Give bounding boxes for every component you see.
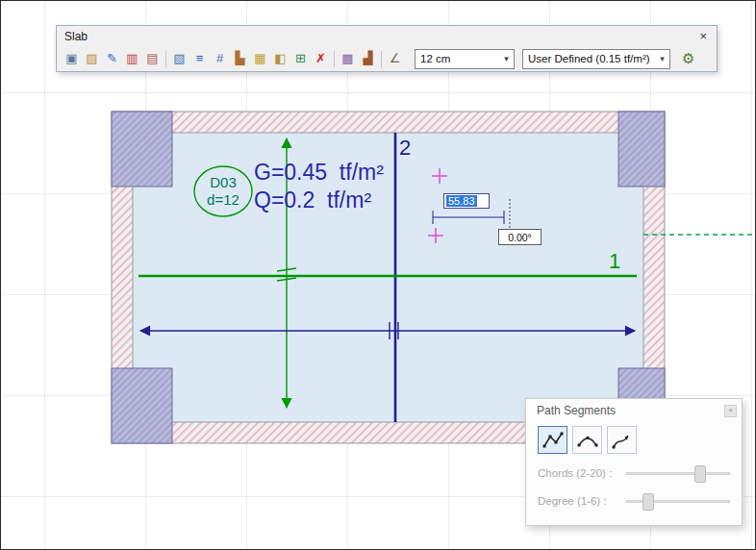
column-top-right[interactable] [618, 112, 665, 187]
slab-thickness-combobox[interactable]: 12 cm ▾ [415, 49, 515, 69]
segment-curve-button[interactable] [607, 426, 637, 454]
results-icon[interactable]: ◧ [270, 49, 290, 69]
slab-window-titlebar[interactable]: Slab × [57, 26, 717, 46]
slab-toolbar-icons: ▣▨✎▥▤▧≡#▙▦◧⊞✗▩▟∠ [62, 49, 405, 69]
chevron-down-icon: ▾ [499, 54, 514, 63]
chords-label: Chords (2-20) : [538, 467, 626, 479]
layers-icon[interactable]: ▦ [250, 49, 270, 69]
slider-thumb[interactable] [694, 465, 706, 483]
live-load-text: Q=0.2 tf/m² [254, 188, 371, 212]
curve-arrow-icon [610, 429, 635, 452]
arc-icon [575, 429, 600, 452]
measure-value-text: 55.83 [446, 195, 477, 207]
toolbar-separator [381, 51, 382, 67]
report-icon[interactable]: ▤ [142, 49, 163, 69]
application-window: 2 1 D03 d=12 G=0.45 tf/m² Q=0.2 tf/m² [0, 0, 756, 550]
dead-load-text: G=0.45 tf/m² [254, 160, 384, 185]
slab-properties-icon[interactable]: ▥ [122, 49, 142, 69]
supports-icon[interactable]: ▙ [230, 49, 250, 69]
loads-icon[interactable]: ≡ [189, 49, 210, 69]
slab-load-combobox[interactable]: User Defined (0.15 tf/m²) ▾ [522, 49, 670, 69]
slider-track [626, 472, 730, 475]
close-icon[interactable]: × [724, 405, 737, 417]
toolbar-separator [165, 51, 166, 67]
chords-slider[interactable] [626, 464, 730, 482]
slab-label-id: D03 [210, 174, 237, 190]
slab-toolbar: ▣▨✎▥▤▧≡#▙▦◧⊞✗▩▟∠ 12 cm ▾ User Defined (0… [57, 46, 717, 71]
segment-arc-button[interactable] [572, 426, 602, 454]
open-icon[interactable]: ▨ [82, 49, 102, 69]
segment-polyline-button[interactable] [538, 426, 567, 454]
slab-load-value: User Defined (0.15 tf/m²) [528, 53, 650, 64]
slab-toolbar-window: Slab × ▣▨✎▥▤▧≡#▙▦◧⊞✗▩▟∠ 12 cm ▾ User Def… [56, 25, 718, 72]
measure-angle-text: 0.00° [508, 232, 532, 243]
path-segments-title: Path Segments [537, 404, 616, 417]
measure-value-box[interactable]: 55.83 [443, 193, 490, 209]
settings-gear-icon[interactable]: ⚙ [682, 49, 694, 68]
axis-2-label: 2 [399, 136, 411, 160]
edit-slab-icon[interactable]: ✎ [102, 49, 122, 69]
degree-slider[interactable] [626, 492, 730, 510]
chevron-down-icon: ▾ [655, 54, 669, 63]
path-segments-panel: Path Segments × [525, 398, 743, 526]
delete-icon[interactable]: ✗ [311, 49, 331, 69]
degree-label: Degree (1-6) : [538, 495, 626, 507]
column-top-left[interactable] [112, 112, 172, 187]
chart-icon[interactable]: ▟ [358, 49, 378, 69]
slab-thickness-value: 12 cm [420, 53, 450, 64]
copy-icon[interactable]: ▩ [338, 49, 358, 69]
polyline-icon [541, 429, 566, 452]
print-icon[interactable]: ▣ [62, 49, 82, 69]
slab-label-thickness: d=12 [207, 191, 239, 208]
close-icon[interactable]: × [697, 30, 709, 42]
slider-track [626, 500, 730, 503]
table-icon[interactable]: ⊞ [290, 49, 311, 69]
column-bottom-left[interactable] [112, 368, 172, 443]
slider-thumb[interactable] [643, 493, 654, 511]
mesh-icon[interactable]: # [210, 49, 230, 69]
measure-angle-box: 0.00° [498, 229, 542, 245]
axis-1-label: 1 [609, 249, 620, 273]
slab-window-title: Slab [64, 30, 697, 43]
protractor-icon[interactable]: ∠ [385, 49, 405, 69]
hatch-icon[interactable]: ▧ [169, 49, 189, 69]
toolbar-separator [334, 51, 335, 67]
